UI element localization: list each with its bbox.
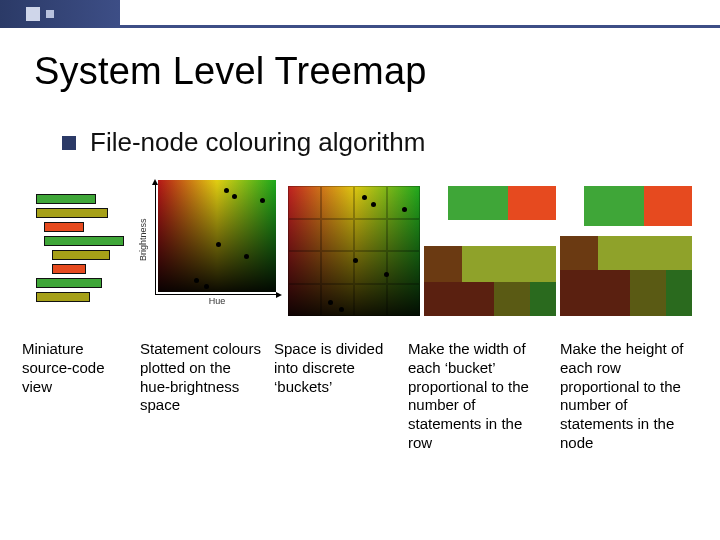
- treemap-row: [560, 226, 692, 236]
- treemap-cell: [560, 236, 598, 270]
- code-bar: [36, 292, 90, 302]
- axis-x-label: Hue: [158, 296, 276, 306]
- data-point-icon: [204, 284, 209, 289]
- decor-square-icon: [26, 7, 40, 21]
- axis-x-line: [155, 294, 277, 295]
- code-bar: [44, 236, 124, 246]
- treemap-row: [560, 236, 692, 270]
- top-rule: [120, 22, 720, 28]
- bullet-item: File-node colouring algorithm: [62, 127, 720, 158]
- data-point-icon: [194, 278, 199, 283]
- gradient-plot: [158, 180, 276, 292]
- treemap-row: [424, 282, 556, 316]
- data-point-icon: [232, 194, 237, 199]
- code-bar: [36, 208, 108, 218]
- slide: System Level Treemap File-node colouring…: [0, 0, 720, 540]
- treemap-cell: [560, 270, 630, 316]
- code-bar: [44, 222, 84, 232]
- caption-4: Make the width of each ‘bucket’ proporti…: [408, 340, 548, 453]
- bucket-grid: [288, 186, 420, 316]
- treemap-cell: [598, 236, 692, 270]
- axis-y-line: [155, 182, 156, 294]
- axis-y-label: Brightness: [138, 190, 152, 290]
- figure-row: Brightness Hue: [22, 176, 720, 316]
- accent-block: [0, 0, 120, 28]
- panel-hue-brightness: Brightness Hue: [136, 176, 284, 316]
- treemap-cell: [530, 282, 556, 316]
- caption-row: Miniature source-code view Statement col…: [22, 340, 720, 453]
- bullet-marker-icon: [62, 136, 76, 150]
- treemap-cell: [560, 226, 692, 236]
- treemap-row: [560, 186, 692, 226]
- treemap-row: [560, 270, 692, 316]
- decor-square-small-icon: [46, 10, 54, 18]
- data-point-icon: [244, 254, 249, 259]
- panel-miniature-source: [22, 186, 132, 316]
- caption-2: Statement colours plotted on the hue-bri…: [140, 340, 262, 415]
- data-point-icon: [216, 242, 221, 247]
- code-bar: [52, 264, 86, 274]
- treemap-cell: [644, 186, 692, 226]
- treemap-cell: [666, 270, 692, 316]
- panel-width-proportional: [424, 186, 556, 316]
- bullet-text: File-node colouring algorithm: [90, 127, 425, 158]
- arrow-right-icon: [276, 292, 282, 298]
- code-bar: [36, 194, 96, 204]
- panel-height-proportional: [560, 186, 692, 316]
- treemap-cell: [508, 186, 556, 220]
- treemap-cell: [424, 246, 462, 282]
- treemap-cell: [462, 246, 556, 282]
- treemap-cell: [424, 282, 494, 316]
- treemap-row: [424, 186, 556, 220]
- treemap-cell: [494, 282, 530, 316]
- treemap-cell: [424, 186, 448, 220]
- treemap-cell: [560, 186, 584, 226]
- caption-1: Miniature source-code view: [22, 340, 128, 396]
- panel-buckets-grid: [288, 186, 420, 316]
- caption-3: Space is divided into discrete ‘buckets’: [274, 340, 396, 396]
- slide-title: System Level Treemap: [34, 50, 720, 93]
- arrow-up-icon: [152, 179, 158, 185]
- treemap-row: [424, 220, 556, 246]
- code-bar: [52, 250, 110, 260]
- treemap-row: [424, 246, 556, 282]
- data-point-icon: [260, 198, 265, 203]
- treemap-cell: [448, 186, 508, 220]
- treemap-cell: [630, 270, 666, 316]
- caption-5: Make the height of each row proportional…: [560, 340, 700, 453]
- data-point-icon: [224, 188, 229, 193]
- slide-topbar: [0, 0, 720, 28]
- treemap-cell: [584, 186, 644, 226]
- treemap-cell: [424, 220, 556, 246]
- code-bar: [36, 278, 102, 288]
